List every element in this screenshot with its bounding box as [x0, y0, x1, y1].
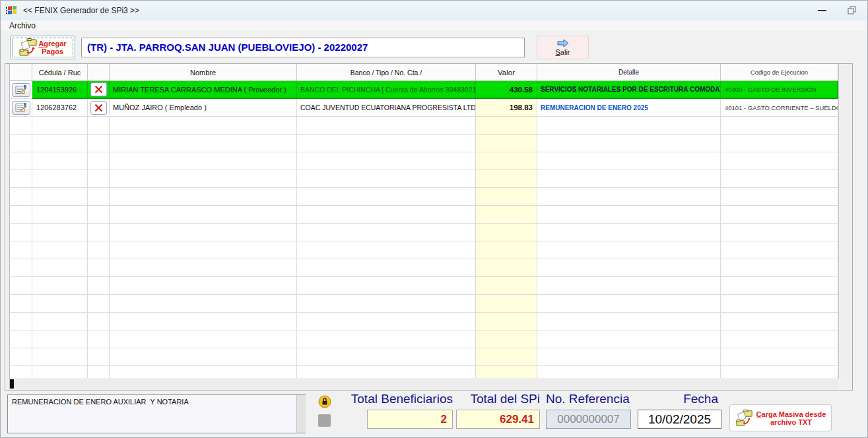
grid-header-row: Cédula / Ruc Nombre Banco / Tipo / No. C…	[10, 64, 838, 81]
edit-form-icon	[15, 102, 27, 113]
grid-body: 1204153926 MIRIAN TERESA CARRASCO MEDINA…	[10, 81, 838, 378]
header-nombre: Nombre	[110, 64, 297, 80]
red-x-icon	[94, 104, 103, 112]
window-title: << FENIX Generador de SPi3 >>	[23, 6, 139, 15]
carga-masiva-label-line2: archivo TXT	[770, 418, 812, 426]
edit-form-icon	[15, 84, 27, 95]
vertical-scrollbar[interactable]	[838, 64, 851, 379]
table-row-empty	[10, 117, 838, 135]
nombre-cell: MUÑOZ JAIRO ( Empleado )	[110, 99, 297, 117]
memo-scrollbar[interactable]	[296, 395, 306, 433]
menu-archivo[interactable]: Archivo	[7, 20, 38, 31]
grid-margin-strip	[5, 64, 10, 389]
table-row-empty	[10, 152, 838, 170]
total-beneficiarios-field: 2	[367, 410, 453, 429]
edit-row-button[interactable]	[12, 101, 30, 115]
cedula-cell: 1204153926	[32, 81, 88, 99]
table-row-empty	[10, 277, 838, 295]
agregar-pagos-label-line2: Pagos	[42, 47, 63, 55]
salir-button[interactable]: Salir	[537, 36, 589, 59]
table-row[interactable]: 1206283762 MUÑOZ JAIRO ( Empleado ) COAC…	[10, 99, 838, 117]
minimize-icon	[818, 10, 826, 11]
header-delete-col	[88, 64, 110, 80]
entity-title-field[interactable]: (TR) - JTA. PARROQ.SAN JUAN (PUEBLOVIEJO…	[81, 38, 525, 57]
carga-masiva-button[interactable]: Carga Masiva desde archivo TXT	[729, 404, 832, 431]
codigo-cell: 40300 - GASTO DE INVERSIÓN	[721, 81, 838, 99]
table-row-empty	[10, 135, 838, 152]
payments-grid: Cédula / Ruc Nombre Banco / Tipo / No. C…	[5, 63, 853, 391]
table-row-empty	[10, 206, 838, 224]
lock-icon	[318, 395, 331, 408]
table-row-empty	[10, 366, 838, 378]
app-windows-logo-icon	[6, 5, 18, 16]
table-row-empty	[10, 295, 838, 313]
agregar-pagos-button[interactable]: Agregar Pagos	[10, 36, 75, 59]
table-row-empty	[10, 224, 838, 241]
delete-row-button[interactable]	[90, 101, 107, 115]
fecha-label: Fecha	[634, 392, 718, 406]
no-referencia-label: No. Referencia	[546, 392, 638, 406]
titlebar: << FENIX Generador de SPi3 >>	[1, 1, 867, 20]
carga-masiva-label-line1: Carga Masiva desde	[756, 410, 826, 418]
fecha-field[interactable]: 10/02/2025	[638, 410, 721, 429]
memo-textarea[interactable]: REMUNERACION DE ENERO AUXILIAR Y NOTARIA	[7, 394, 306, 433]
valor-cell: 198.83	[476, 99, 537, 117]
restore-icon	[848, 6, 857, 15]
total-spi-field: 629.41	[456, 410, 540, 429]
valor-cell: 430.58	[476, 81, 537, 99]
table-row-empty	[10, 259, 838, 277]
table-row[interactable]: 1204153926 MIRIAN TERESA CARRASCO MEDINA…	[10, 81, 838, 99]
delete-row-button[interactable]	[90, 82, 107, 96]
status-square	[318, 414, 331, 427]
footer-panel: REMUNERACION DE ENERO AUXILIAR Y NOTARIA…	[1, 391, 867, 438]
agregar-pagos-folders-icon	[18, 38, 38, 57]
table-row-empty	[10, 170, 838, 188]
menubar: Archivo	[1, 20, 867, 31]
minimize-button[interactable]	[811, 1, 833, 20]
restore-button[interactable]	[841, 1, 863, 20]
salir-arrow-icon	[556, 39, 570, 47]
horizontal-scrollbar[interactable]	[10, 379, 838, 389]
no-referencia-field: 0000000007	[546, 410, 631, 429]
table-row-empty	[10, 188, 838, 206]
table-row-empty	[10, 330, 838, 348]
header-edit-col	[10, 64, 32, 80]
red-x-icon	[94, 85, 103, 94]
carga-masiva-folders-icon	[735, 408, 754, 428]
header-cedula: Cédula / Ruc	[32, 64, 88, 80]
header-valor: Valor	[476, 64, 537, 80]
codigo-cell: 40101 - GASTO CORRIENTE – SUELDOS	[721, 99, 838, 117]
table-row-empty	[10, 313, 838, 330]
horizontal-scrollbar-thumb[interactable]	[10, 379, 14, 389]
edit-row-button[interactable]	[12, 83, 30, 97]
salir-label: Salir	[555, 48, 570, 56]
header-codigo: Codigo de Ejecucion	[721, 64, 838, 80]
table-row-empty	[10, 241, 838, 259]
table-row-empty	[10, 348, 838, 366]
detalle-cell: SERVICIOS NOTARIALES POR DE ESCRITURA CO…	[537, 81, 721, 99]
total-spi-label: Total del SPi	[456, 392, 540, 406]
banco-cell: COAC JUVENTUD ECUATORIANA PROGRESISTA LT…	[297, 99, 476, 117]
header-banco: Banco / Tipo / No. Cta /	[297, 64, 476, 80]
nombre-cell: MIRIAN TERESA CARRASCO MEDINA ( Proveedo…	[110, 81, 297, 99]
banco-cell: BANCO DEL PICHINCHA [ Cuenta de Ahorros …	[297, 81, 476, 99]
cedula-cell: 1206283762	[32, 99, 88, 117]
detalle-cell: REMUNERACION DE ENERO 2025	[537, 99, 721, 117]
header-detalle: Detalle	[537, 64, 721, 80]
app-window: << FENIX Generador de SPi3 >> Archivo Ag…	[0, 0, 868, 438]
agregar-pagos-label-line1: Agregar	[38, 40, 66, 47]
total-beneficiarios-label: Total Beneficiarios	[331, 392, 453, 406]
